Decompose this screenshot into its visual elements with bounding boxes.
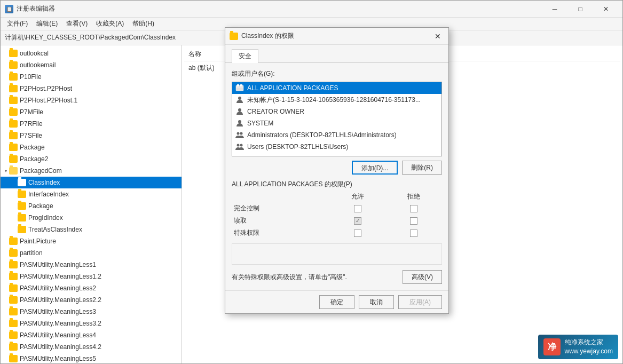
ok-button[interactable]: 确定	[319, 295, 354, 309]
user-item-system[interactable]: SYSTEM	[232, 117, 441, 129]
tree-item-pasm4[interactable]: PASMUtility.MeaningLess4	[1, 329, 182, 341]
folder-icon	[9, 238, 18, 245]
deny-checkbox-read[interactable]	[388, 217, 440, 225]
remove-button[interactable]: 删除(R)	[402, 161, 442, 175]
dialog-title-left: ClassIndex 的权限	[230, 31, 294, 41]
dialog-folder-icon	[230, 33, 238, 40]
checkbox[interactable]	[354, 230, 361, 237]
user-item-creator-owner[interactable]: CREATOR OWNER	[232, 106, 441, 117]
tree-item-pasm2[interactable]: PASMUtility.MeaningLess2	[1, 282, 182, 294]
tree-item-label: ProgIdIndex	[28, 214, 63, 221]
svg-point-6	[238, 120, 241, 123]
tree-item-treatasclassindex[interactable]: TreatAsClassIndex	[1, 224, 182, 235]
allow-checkbox-fullcontrol[interactable]	[332, 205, 384, 212]
tree-item-progidindex[interactable]: ProgIdIndex	[1, 212, 182, 224]
add-button[interactable]: 添加(D)...	[352, 161, 398, 175]
menu-view[interactable]: 查看(V)	[62, 18, 92, 29]
checkbox[interactable]	[354, 217, 361, 225]
user-item-admins[interactable]: Administrators (DESKTOP-82TLHLS\Administ…	[232, 129, 441, 141]
user-icon	[235, 119, 244, 128]
close-button[interactable]: ✕	[594, 1, 618, 17]
menu-favorites[interactable]: 收藏夹(A)	[92, 18, 128, 29]
tree-item-pasm1[interactable]: PASMUtility.MeaningLess1	[1, 259, 182, 271]
tab-security[interactable]: 安全	[232, 49, 258, 63]
tree-item-partition[interactable]: partition	[1, 247, 182, 259]
checkbox[interactable]	[410, 205, 417, 212]
checkbox[interactable]	[354, 205, 361, 212]
tree-item-package[interactable]: Package	[1, 141, 182, 153]
tree-item-label: PASMUtility.MeaningLess2.2	[20, 296, 101, 304]
tree-item-p2phost1[interactable]: P2PHost.P2PHost.1	[1, 94, 182, 106]
advanced-button[interactable]: 高级(V)	[403, 270, 442, 284]
tree-item-package2[interactable]: Package2	[1, 153, 182, 165]
deny-checkbox-special[interactable]	[388, 230, 440, 237]
svg-point-8	[240, 132, 243, 135]
tree-item-classindex[interactable]: ClassIndex	[1, 177, 182, 188]
allow-checkbox-read[interactable]	[332, 217, 384, 225]
tree-item-pasm3[interactable]: PASMUtility.MeaningLess3	[1, 306, 182, 318]
folder-icon	[9, 61, 18, 69]
tree-item-p7mfile[interactable]: P7MFile	[1, 106, 182, 118]
svg-rect-2	[240, 84, 242, 86]
group-icon	[235, 131, 244, 139]
watermark-line1: 纯净系统之家	[565, 338, 613, 347]
tree-item-outlookcal[interactable]: outlookcal	[1, 48, 182, 59]
folder-icon	[9, 97, 18, 104]
tree-item-label: PASMUtility.MeaningLess1	[20, 261, 96, 268]
folder-icon	[9, 261, 18, 268]
tree-item-packagedcom[interactable]: ▾ PackagedCom	[1, 165, 182, 177]
tree-item-package-sub[interactable]: Package	[1, 200, 182, 212]
add-remove-buttons: 添加(D)... 删除(R)	[232, 161, 442, 175]
tree-item-label: P2PHost.P2PHost	[20, 85, 72, 92]
tree-item-label: P7RFile	[20, 120, 43, 128]
cancel-button[interactable]: 取消	[359, 295, 394, 309]
tree-item-p10file[interactable]: P10File	[1, 71, 182, 83]
user-item-unknown[interactable]: 未知帐户(S-1-15-3-1024-1065365936-1281604716…	[232, 94, 441, 106]
minimize-button[interactable]: ─	[542, 1, 567, 17]
folder-icon	[9, 144, 18, 151]
perm-name-header	[232, 191, 330, 202]
folder-icon	[9, 273, 18, 280]
tree-item-interfaceindex[interactable]: InterfaceIndex	[1, 188, 182, 200]
user-item-all-app-packages[interactable]: ALL APPLICATION PACKAGES	[232, 82, 441, 94]
tree-item-label: TreatAsClassIndex	[28, 226, 82, 233]
expand-arrow	[3, 131, 9, 140]
users-list[interactable]: ALL APPLICATION PACKAGES 未知帐户(S-1-15-3-1…	[232, 82, 442, 156]
tree-item-p7sfile[interactable]: P7SFile	[1, 130, 182, 141]
user-icon	[235, 96, 244, 104]
tree-item-pasm42[interactable]: PASMUtility.MeaningLess4.2	[1, 341, 182, 353]
folder-icon	[9, 167, 18, 175]
menu-help[interactable]: 帮助(H)	[128, 18, 159, 29]
group-user-label: 组或用户名(G):	[232, 69, 442, 78]
expand-arrow	[3, 61, 9, 69]
tree-item-pasm32[interactable]: PASMUtility.MeaningLess3.2	[1, 318, 182, 329]
dialog-close-button[interactable]: ✕	[431, 30, 444, 43]
allow-header: 允许	[330, 191, 386, 202]
deny-checkbox-fullcontrol[interactable]	[388, 205, 440, 212]
tree-item-pasm22[interactable]: PASMUtility.MeaningLess2.2	[1, 294, 182, 306]
expand-arrow	[3, 143, 9, 152]
menu-file[interactable]: 文件(F)	[3, 18, 32, 29]
tree-item-paintpicture[interactable]: Paint.Picture	[1, 235, 182, 247]
checkbox[interactable]	[410, 230, 417, 237]
tree-item-label: PASMUtility.MeaningLess4.2	[20, 343, 101, 351]
tree-item-pasm5[interactable]: PASMUtility.MeaningLess5	[1, 353, 182, 363]
tree-item-pasm12[interactable]: PASMUtility.MeaningLess1.2	[1, 271, 182, 282]
tree-pane[interactable]: outlookcal outlookemail P10File P2PHost.…	[1, 45, 182, 363]
tree-item-p2phost[interactable]: P2PHost.P2PHost	[1, 83, 182, 94]
apply-button[interactable]: 应用(A)	[398, 295, 442, 309]
tree-item-label: Paint.Picture	[20, 238, 56, 245]
tree-item-outlookemail[interactable]: outlookemail	[1, 59, 182, 71]
user-label: CREATOR OWNER	[247, 108, 304, 115]
folder-icon	[9, 343, 18, 351]
checkbox[interactable]	[410, 217, 417, 225]
watermark-text: 纯净系统之家 www.yewjay.com	[565, 338, 613, 356]
user-item-users[interactable]: Users (DESKTOP-82TLHLS\Users)	[232, 141, 441, 153]
title-bar: 📋 注册表编辑器 ─ □ ✕	[1, 1, 622, 18]
menu-edit[interactable]: 编辑(E)	[32, 18, 62, 29]
allow-checkbox-special[interactable]	[332, 230, 384, 237]
folder-icon	[9, 284, 18, 292]
tree-item-p7rfile[interactable]: P7RFile	[1, 118, 182, 130]
tree-item-label: PASMUtility.MeaningLess1.2	[20, 273, 101, 280]
maximize-button[interactable]: □	[568, 1, 593, 17]
